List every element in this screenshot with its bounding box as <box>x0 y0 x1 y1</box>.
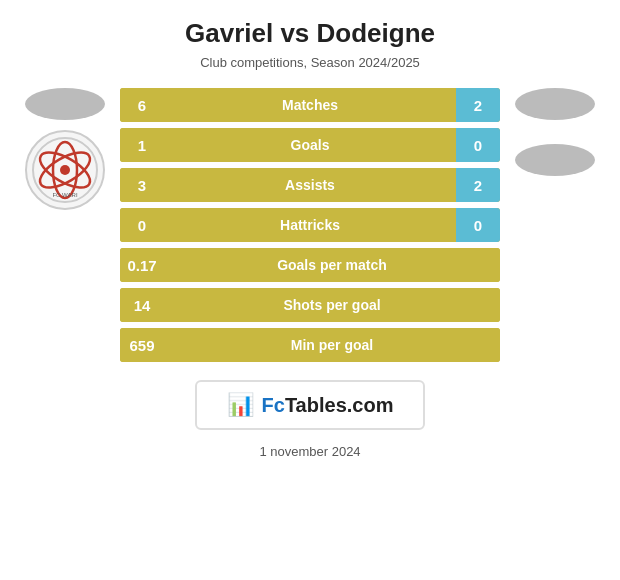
svg-point-4 <box>60 165 70 175</box>
stat-row-min-per-goal: 659 Min per goal <box>120 328 500 362</box>
stat-right-hattricks: 0 <box>456 208 500 242</box>
stat-label-shots-per-goal: Shots per goal <box>164 288 500 322</box>
stat-right-matches: 2 <box>456 88 500 122</box>
stat-left-goals: 1 <box>120 128 164 162</box>
fctables-icon: 📊 <box>227 392 254 418</box>
page-subtitle: Club competitions, Season 2024/2025 <box>200 55 420 70</box>
stat-left-goals-per-match: 0.17 <box>120 248 164 282</box>
stat-left-min-per-goal: 659 <box>120 328 164 362</box>
stat-row-goals-per-match: 0.17 Goals per match <box>120 248 500 282</box>
svg-text:FC WARI: FC WARI <box>52 192 77 198</box>
stat-label-min-per-goal: Min per goal <box>164 328 500 362</box>
stat-label-assists: Assists <box>164 168 456 202</box>
left-logos: FC WARI <box>20 88 110 210</box>
stat-row-hattricks: 0 Hattricks 0 <box>120 208 500 242</box>
main-content: FC WARI 6 Matches 2 1 Goals 0 3 Assists … <box>20 88 600 362</box>
stat-left-hattricks: 0 <box>120 208 164 242</box>
left-team-logo: FC WARI <box>25 130 105 210</box>
stat-left-assists: 3 <box>120 168 164 202</box>
date-footer: 1 november 2024 <box>259 444 360 459</box>
right-team-oval <box>515 88 595 120</box>
right-team-oval2 <box>515 144 595 176</box>
page-title: Gavriel vs Dodeigne <box>185 18 435 49</box>
stat-row-goals: 1 Goals 0 <box>120 128 500 162</box>
stat-row-matches: 6 Matches 2 <box>120 88 500 122</box>
stat-right-assists: 2 <box>456 168 500 202</box>
stat-right-goals: 0 <box>456 128 500 162</box>
stat-left-matches: 6 <box>120 88 164 122</box>
stat-row-assists: 3 Assists 2 <box>120 168 500 202</box>
stat-label-matches: Matches <box>164 88 456 122</box>
page-container: Gavriel vs Dodeigne Club competitions, S… <box>0 0 620 580</box>
fctables-banner[interactable]: 📊 FcTables.com <box>195 380 426 430</box>
fctables-text: FcTables.com <box>262 394 394 417</box>
stat-label-hattricks: Hattricks <box>164 208 456 242</box>
stat-label-goals: Goals <box>164 128 456 162</box>
stat-left-shots-per-goal: 14 <box>120 288 164 322</box>
stat-label-goals-per-match: Goals per match <box>164 248 500 282</box>
stat-row-shots-per-goal: 14 Shots per goal <box>120 288 500 322</box>
stats-rows: 6 Matches 2 1 Goals 0 3 Assists 2 0 Hatt… <box>120 88 500 362</box>
left-team-oval <box>25 88 105 120</box>
right-logos <box>510 88 600 176</box>
